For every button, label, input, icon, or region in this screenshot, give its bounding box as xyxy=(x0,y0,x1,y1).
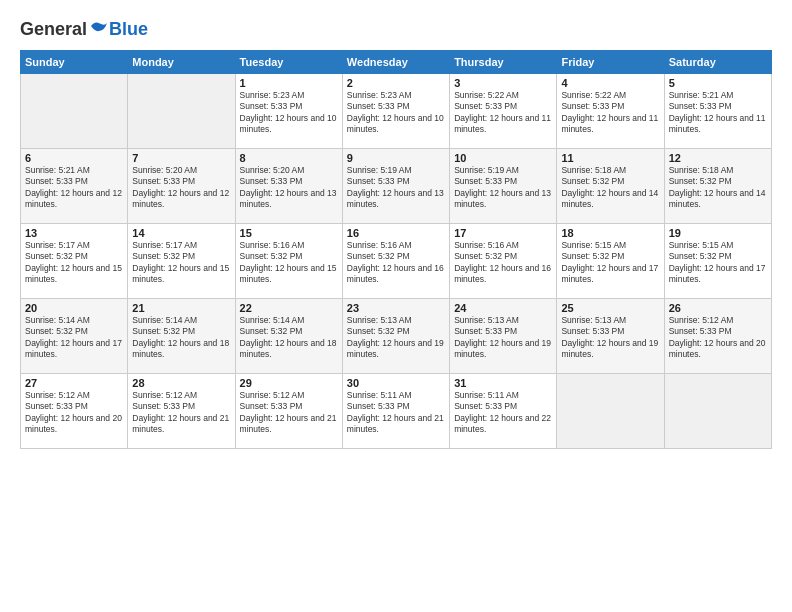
day-info: Sunrise: 5:14 AMSunset: 5:32 PMDaylight:… xyxy=(240,315,338,361)
calendar-header-row: SundayMondayTuesdayWednesdayThursdayFrid… xyxy=(21,51,772,74)
calendar-cell: 5Sunrise: 5:21 AMSunset: 5:33 PMDaylight… xyxy=(664,74,771,149)
calendar-cell: 15Sunrise: 5:16 AMSunset: 5:32 PMDayligh… xyxy=(235,224,342,299)
day-number: 19 xyxy=(669,227,767,239)
day-info: Sunrise: 5:13 AMSunset: 5:33 PMDaylight:… xyxy=(454,315,552,361)
day-number: 22 xyxy=(240,302,338,314)
calendar-cell: 6Sunrise: 5:21 AMSunset: 5:33 PMDaylight… xyxy=(21,149,128,224)
calendar-cell xyxy=(21,74,128,149)
day-number: 31 xyxy=(454,377,552,389)
day-info: Sunrise: 5:21 AMSunset: 5:33 PMDaylight:… xyxy=(25,165,123,211)
calendar-cell: 12Sunrise: 5:18 AMSunset: 5:32 PMDayligh… xyxy=(664,149,771,224)
calendar-table: SundayMondayTuesdayWednesdayThursdayFrid… xyxy=(20,50,772,449)
day-number: 23 xyxy=(347,302,445,314)
calendar-cell: 11Sunrise: 5:18 AMSunset: 5:32 PMDayligh… xyxy=(557,149,664,224)
day-number: 20 xyxy=(25,302,123,314)
calendar-cell: 19Sunrise: 5:15 AMSunset: 5:32 PMDayligh… xyxy=(664,224,771,299)
day-info: Sunrise: 5:20 AMSunset: 5:33 PMDaylight:… xyxy=(240,165,338,211)
calendar-cell: 3Sunrise: 5:22 AMSunset: 5:33 PMDaylight… xyxy=(450,74,557,149)
logo-blue: Blue xyxy=(109,19,148,40)
logo-bird-icon xyxy=(87,18,109,40)
day-number: 3 xyxy=(454,77,552,89)
logo-general: General xyxy=(20,19,87,40)
day-info: Sunrise: 5:11 AMSunset: 5:33 PMDaylight:… xyxy=(454,390,552,436)
weekday-header-tuesday: Tuesday xyxy=(235,51,342,74)
day-number: 15 xyxy=(240,227,338,239)
day-info: Sunrise: 5:21 AMSunset: 5:33 PMDaylight:… xyxy=(669,90,767,136)
day-number: 9 xyxy=(347,152,445,164)
day-number: 12 xyxy=(669,152,767,164)
calendar-cell: 16Sunrise: 5:16 AMSunset: 5:32 PMDayligh… xyxy=(342,224,449,299)
day-number: 5 xyxy=(669,77,767,89)
day-info: Sunrise: 5:11 AMSunset: 5:33 PMDaylight:… xyxy=(347,390,445,436)
day-number: 4 xyxy=(561,77,659,89)
calendar-cell xyxy=(664,374,771,449)
day-info: Sunrise: 5:12 AMSunset: 5:33 PMDaylight:… xyxy=(669,315,767,361)
day-number: 21 xyxy=(132,302,230,314)
day-info: Sunrise: 5:19 AMSunset: 5:33 PMDaylight:… xyxy=(454,165,552,211)
day-info: Sunrise: 5:16 AMSunset: 5:32 PMDaylight:… xyxy=(240,240,338,286)
calendar-cell: 18Sunrise: 5:15 AMSunset: 5:32 PMDayligh… xyxy=(557,224,664,299)
calendar-cell: 26Sunrise: 5:12 AMSunset: 5:33 PMDayligh… xyxy=(664,299,771,374)
day-number: 30 xyxy=(347,377,445,389)
logo-text: GeneralBlue xyxy=(20,18,148,40)
calendar-cell: 23Sunrise: 5:13 AMSunset: 5:32 PMDayligh… xyxy=(342,299,449,374)
day-info: Sunrise: 5:15 AMSunset: 5:32 PMDaylight:… xyxy=(669,240,767,286)
calendar-cell: 2Sunrise: 5:23 AMSunset: 5:33 PMDaylight… xyxy=(342,74,449,149)
day-info: Sunrise: 5:23 AMSunset: 5:33 PMDaylight:… xyxy=(347,90,445,136)
day-number: 28 xyxy=(132,377,230,389)
day-info: Sunrise: 5:18 AMSunset: 5:32 PMDaylight:… xyxy=(669,165,767,211)
day-number: 7 xyxy=(132,152,230,164)
calendar-cell: 28Sunrise: 5:12 AMSunset: 5:33 PMDayligh… xyxy=(128,374,235,449)
calendar-cell: 13Sunrise: 5:17 AMSunset: 5:32 PMDayligh… xyxy=(21,224,128,299)
calendar-cell: 20Sunrise: 5:14 AMSunset: 5:32 PMDayligh… xyxy=(21,299,128,374)
weekday-header-thursday: Thursday xyxy=(450,51,557,74)
calendar-cell: 22Sunrise: 5:14 AMSunset: 5:32 PMDayligh… xyxy=(235,299,342,374)
day-number: 13 xyxy=(25,227,123,239)
day-number: 2 xyxy=(347,77,445,89)
day-info: Sunrise: 5:16 AMSunset: 5:32 PMDaylight:… xyxy=(347,240,445,286)
calendar-cell: 27Sunrise: 5:12 AMSunset: 5:33 PMDayligh… xyxy=(21,374,128,449)
day-info: Sunrise: 5:14 AMSunset: 5:32 PMDaylight:… xyxy=(25,315,123,361)
day-info: Sunrise: 5:22 AMSunset: 5:33 PMDaylight:… xyxy=(561,90,659,136)
day-info: Sunrise: 5:12 AMSunset: 5:33 PMDaylight:… xyxy=(240,390,338,436)
calendar-cell: 25Sunrise: 5:13 AMSunset: 5:33 PMDayligh… xyxy=(557,299,664,374)
weekday-header-monday: Monday xyxy=(128,51,235,74)
day-info: Sunrise: 5:13 AMSunset: 5:33 PMDaylight:… xyxy=(561,315,659,361)
calendar-cell: 31Sunrise: 5:11 AMSunset: 5:33 PMDayligh… xyxy=(450,374,557,449)
calendar-cell: 9Sunrise: 5:19 AMSunset: 5:33 PMDaylight… xyxy=(342,149,449,224)
day-number: 18 xyxy=(561,227,659,239)
day-info: Sunrise: 5:23 AMSunset: 5:33 PMDaylight:… xyxy=(240,90,338,136)
day-number: 8 xyxy=(240,152,338,164)
calendar-week-row: 20Sunrise: 5:14 AMSunset: 5:32 PMDayligh… xyxy=(21,299,772,374)
weekday-header-sunday: Sunday xyxy=(21,51,128,74)
calendar-cell xyxy=(557,374,664,449)
calendar-cell: 7Sunrise: 5:20 AMSunset: 5:33 PMDaylight… xyxy=(128,149,235,224)
calendar-cell: 4Sunrise: 5:22 AMSunset: 5:33 PMDaylight… xyxy=(557,74,664,149)
calendar-week-row: 1Sunrise: 5:23 AMSunset: 5:33 PMDaylight… xyxy=(21,74,772,149)
logo: GeneralBlue xyxy=(20,18,148,40)
calendar-week-row: 27Sunrise: 5:12 AMSunset: 5:33 PMDayligh… xyxy=(21,374,772,449)
calendar-cell: 1Sunrise: 5:23 AMSunset: 5:33 PMDaylight… xyxy=(235,74,342,149)
day-number: 6 xyxy=(25,152,123,164)
calendar-cell: 10Sunrise: 5:19 AMSunset: 5:33 PMDayligh… xyxy=(450,149,557,224)
day-info: Sunrise: 5:12 AMSunset: 5:33 PMDaylight:… xyxy=(25,390,123,436)
day-info: Sunrise: 5:19 AMSunset: 5:33 PMDaylight:… xyxy=(347,165,445,211)
calendar-cell: 17Sunrise: 5:16 AMSunset: 5:32 PMDayligh… xyxy=(450,224,557,299)
day-info: Sunrise: 5:20 AMSunset: 5:33 PMDaylight:… xyxy=(132,165,230,211)
day-number: 1 xyxy=(240,77,338,89)
calendar-week-row: 6Sunrise: 5:21 AMSunset: 5:33 PMDaylight… xyxy=(21,149,772,224)
weekday-header-wednesday: Wednesday xyxy=(342,51,449,74)
day-number: 27 xyxy=(25,377,123,389)
day-number: 16 xyxy=(347,227,445,239)
calendar-week-row: 13Sunrise: 5:17 AMSunset: 5:32 PMDayligh… xyxy=(21,224,772,299)
calendar-cell xyxy=(128,74,235,149)
day-number: 11 xyxy=(561,152,659,164)
day-number: 29 xyxy=(240,377,338,389)
day-info: Sunrise: 5:14 AMSunset: 5:32 PMDaylight:… xyxy=(132,315,230,361)
day-info: Sunrise: 5:12 AMSunset: 5:33 PMDaylight:… xyxy=(132,390,230,436)
day-number: 25 xyxy=(561,302,659,314)
weekday-header-saturday: Saturday xyxy=(664,51,771,74)
header: GeneralBlue xyxy=(20,18,772,40)
day-info: Sunrise: 5:16 AMSunset: 5:32 PMDaylight:… xyxy=(454,240,552,286)
day-number: 10 xyxy=(454,152,552,164)
